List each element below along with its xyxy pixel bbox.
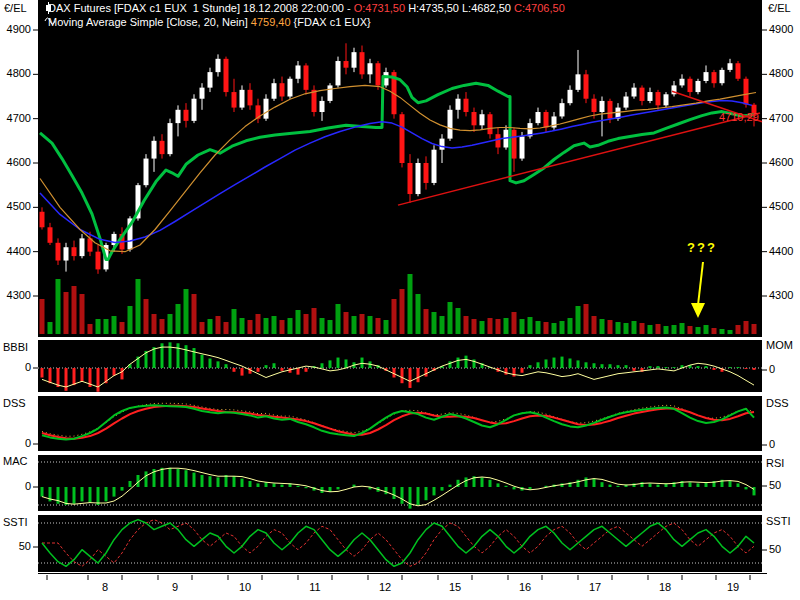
price-tick-right: 4800 — [769, 68, 793, 79]
panel-right-tick: 0 — [769, 439, 775, 450]
panel-right-label: MOM — [766, 340, 793, 351]
close-value: C:4706,50 — [514, 2, 565, 14]
x-axis-day-label: 11 — [305, 582, 325, 593]
panel-right-label: DSS — [766, 398, 789, 409]
left-axis-unit: €/EL — [4, 3, 27, 14]
panel-left-label: MAC — [3, 456, 27, 467]
chart-canvas[interactable] — [0, 0, 800, 600]
price-tick-left: 4900 — [0, 24, 31, 35]
panel-left-tick: 0 — [0, 362, 31, 373]
high-low-values: H:4735,50 L:4682,50 — [405, 2, 514, 14]
price-tick-right: 4500 — [769, 201, 793, 212]
chart-window: DAX Futures [FDAX c1 EUX 1 Stunde] 18.12… — [0, 0, 800, 600]
x-axis-day-label: 19 — [723, 582, 743, 593]
panel-left-label: BBBI — [3, 342, 28, 353]
panel-left-tick: 0 — [0, 481, 31, 492]
price-tick-right: 4300 — [769, 290, 793, 301]
panel-right-label: SSTI — [766, 516, 790, 527]
x-axis-day-label: 16 — [515, 582, 535, 593]
ma-label: Moving Average Simple [Close, 20, Nein] — [48, 16, 251, 28]
price-tick-left: 4400 — [0, 246, 31, 257]
price-tick-left: 4700 — [0, 113, 31, 124]
panel-right-tick: 50 — [769, 480, 781, 491]
instrument-title-row: DAX Futures [FDAX c1 EUX 1 Stunde] 18.12… — [44, 2, 565, 14]
panel-left-tick: 0 — [0, 438, 31, 449]
title-text: DAX Futures [FDAX c1 EUX 1 Stunde] 18.12… — [48, 2, 354, 14]
x-axis-day-label: 12 — [375, 582, 395, 593]
question-annotation: ??? — [684, 240, 720, 255]
trendline-value-label: 4710,29 — [719, 111, 759, 123]
panel-right-tick: 50 — [769, 544, 781, 555]
x-axis-day-label: 8 — [95, 582, 115, 593]
x-axis-day-label: 18 — [655, 582, 675, 593]
panel-left-label: DSS — [3, 398, 26, 409]
price-tick-right: 4700 — [769, 113, 793, 124]
price-tick-left: 4800 — [0, 68, 31, 79]
price-tick-left: 4500 — [0, 201, 31, 212]
x-axis-day-label: 9 — [165, 582, 185, 593]
ma-value: 4759,40 — [251, 16, 291, 28]
price-tick-right: 4600 — [769, 157, 793, 168]
indicator-title-row: Moving Average Simple [Close, 20, Nein] … — [44, 16, 371, 28]
panel-right-tick: 0 — [769, 364, 775, 375]
x-axis-day-label: 15 — [445, 582, 465, 593]
panel-left-tick: 50 — [0, 541, 31, 552]
price-tick-left: 4600 — [0, 157, 31, 168]
price-tick-right: 4400 — [769, 246, 793, 257]
open-value: O:4731,50 — [354, 2, 405, 14]
price-tick-left: 4300 — [0, 290, 31, 301]
price-tick-right: 4900 — [769, 24, 793, 35]
panel-left-label: SSTI — [3, 517, 27, 528]
panel-right-label: RSI — [766, 458, 784, 469]
x-axis-day-label: 10 — [235, 582, 255, 593]
right-axis-unit: €/EL — [768, 3, 791, 14]
x-axis-day-label: 17 — [585, 582, 605, 593]
ma-suffix: {FDAX c1 EUX} — [291, 16, 371, 28]
